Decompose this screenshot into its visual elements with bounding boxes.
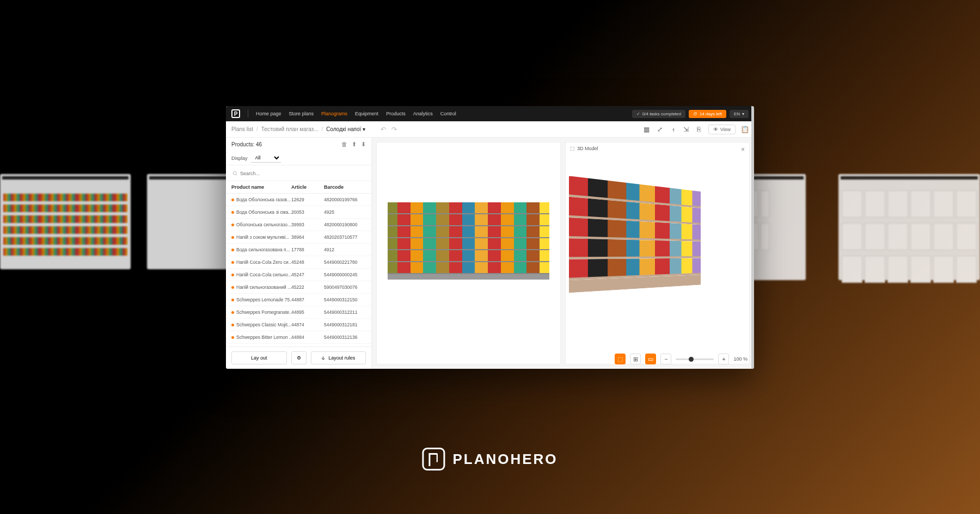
layout-button[interactable]: Lay out <box>231 351 287 364</box>
table-row[interactable]: Вода сильногазована п...177884912 <box>226 244 371 256</box>
product-name: Schweppes Classic Mojit... <box>236 322 291 327</box>
status-dot <box>231 286 234 289</box>
nav-storeplans[interactable]: Store plans <box>289 111 314 116</box>
tasks-pill[interactable]: ✓0/4 tasks completed <box>632 110 685 118</box>
table-row[interactable]: Schweppes Classic Mojit...44874544900031… <box>226 319 371 331</box>
col-article[interactable]: Article <box>291 184 324 190</box>
copy-icon[interactable]: ⎘ <box>695 126 703 133</box>
product-article: 44887 <box>291 297 324 302</box>
redo-icon[interactable]: ↷ <box>390 126 398 133</box>
product-barcode: 5900497030076 <box>324 284 366 290</box>
breadcrumb-divider: / <box>256 126 258 132</box>
breadcrumb-item[interactable]: Тестовий план магаз... <box>261 126 318 132</box>
product-article: 20053 <box>291 209 324 215</box>
panel-3d-header: ⬚3D Model <box>570 146 598 151</box>
product-barcode: 4820000199766 <box>324 197 366 202</box>
nav-planograms[interactable]: Planograms <box>321 111 347 116</box>
undo-icon[interactable]: ↶ <box>379 126 387 133</box>
product-barcode: 5449000221780 <box>324 259 366 265</box>
product-article: 45247 <box>291 272 324 277</box>
product-name: Schweppes Pomegranate... <box>236 309 291 315</box>
app-logo[interactable]: P <box>231 109 240 118</box>
search-input[interactable] <box>231 169 366 178</box>
product-name: Напій Coca-Cola сильно... <box>236 272 291 277</box>
breadcrumb-divider: / <box>322 126 323 132</box>
layout-settings-button[interactable]: ⚙ <box>291 351 307 364</box>
nav-analytics[interactable]: Analytics <box>413 111 433 116</box>
divider <box>248 110 248 117</box>
product-barcode: 5449000312150 <box>324 297 366 302</box>
products-sidebar: Products: 46 🗑 ⬆ ⬇ Display All Product n… <box>226 138 372 369</box>
table-row[interactable]: Schweppes Bitter Lemon ...44884544900031… <box>226 331 371 344</box>
top-navbar: P Home page Store plans Planograms Equip… <box>226 106 754 121</box>
status-dot <box>231 311 234 314</box>
shelf-3d-visual <box>571 181 738 342</box>
col-name[interactable]: Product name <box>231 184 291 190</box>
product-barcode: 5449000000245 <box>324 272 366 277</box>
product-article: 44884 <box>291 335 324 340</box>
upload-icon[interactable]: ⬆ <box>352 141 357 148</box>
table-row[interactable]: Напій Coca-Cola Zero си...45248544900022… <box>226 256 371 269</box>
table-row[interactable]: Schweppes Lemonade 75...4488754490003121… <box>226 294 371 306</box>
search-wrap <box>226 165 371 181</box>
display-select[interactable]: All <box>251 153 281 163</box>
grid-icon[interactable]: ▦ <box>643 126 651 133</box>
table-row[interactable]: Напій Coca-Cola сильно...452475449000000… <box>226 269 371 281</box>
zoom-in-button[interactable]: + <box>718 354 729 364</box>
table-row[interactable]: Schweppes Pomegranate...4489554490003122… <box>226 306 371 319</box>
product-article: 44895 <box>291 309 324 315</box>
trial-pill[interactable]: ⏱14 days left <box>689 110 726 118</box>
product-article: 45248 <box>291 259 324 265</box>
zoom-slider[interactable] <box>676 358 714 360</box>
zoom-out-button[interactable]: − <box>660 354 671 364</box>
close-icon[interactable]: × <box>741 146 745 153</box>
mode-btn-3[interactable]: ▭ <box>645 354 656 364</box>
sidebar-footer: Lay out ⚙ ⫝Layout rules <box>226 346 371 369</box>
status-dot <box>231 274 234 276</box>
planogram-3d-panel[interactable]: ⬚3D Model × <box>565 142 750 364</box>
rules-icon: ⫝ <box>321 355 326 361</box>
align-icon[interactable]: ⫞ <box>669 126 677 133</box>
bg-window-preview <box>838 174 980 280</box>
delete-icon[interactable]: 🗑 <box>341 141 347 148</box>
nav-home[interactable]: Home page <box>256 111 281 116</box>
product-barcode: 4912 <box>324 247 366 252</box>
table-row[interactable]: Напій з соком мультиві...389644820203710… <box>226 231 371 244</box>
status-dot <box>231 261 234 264</box>
nav-products[interactable]: Products <box>386 111 406 116</box>
language-selector[interactable]: EN▾ <box>730 110 749 118</box>
status-dot <box>231 199 234 201</box>
status-dot <box>231 336 234 339</box>
breadcrumb-item-current[interactable]: Солодкі напої ▾ <box>326 126 365 132</box>
product-name: Schweppes Lemonade 75... <box>236 297 291 302</box>
table-row[interactable]: Вода Оболонська газов...1262948200001997… <box>226 194 371 206</box>
download-icon[interactable]: ⬇ <box>361 141 366 148</box>
view-button[interactable]: 👁View <box>708 125 736 134</box>
shelf-2d-visual <box>388 202 549 280</box>
product-article: 39993 <box>291 222 324 227</box>
breadcrumb-item[interactable]: Plans list <box>231 126 253 132</box>
product-article: 38964 <box>291 234 324 240</box>
product-name: Напій сильногазований ... <box>236 284 291 290</box>
calendar-icon[interactable]: 📋 <box>741 126 749 133</box>
layout-rules-button[interactable]: ⫝Layout rules <box>311 351 366 364</box>
mode-btn-1[interactable]: ⬚ <box>615 354 626 364</box>
brand-logo-icon <box>422 448 445 470</box>
planogram-2d-panel[interactable] <box>376 142 561 364</box>
table-row[interactable]: Напій сильногазований ...452225900497030… <box>226 281 371 294</box>
fit-icon[interactable]: ⤢ <box>656 126 664 133</box>
product-name: Schweppes Bitter Lemon ... <box>236 335 291 340</box>
product-name: Вода Оболонська зі сма... <box>236 209 291 215</box>
export-icon[interactable]: ⇲ <box>682 126 690 133</box>
table-row[interactable]: Вода Оболонська зі сма...200534925 <box>226 206 371 219</box>
sidebar-header: Products: 46 🗑 ⬆ ⬇ <box>226 138 371 151</box>
col-barcode[interactable]: Barcode <box>324 184 366 190</box>
status-dot <box>231 249 234 251</box>
brand-footer: PLANOHERO <box>422 448 558 470</box>
product-name: Оболонська сильногазо... <box>236 222 291 227</box>
nav-equipment[interactable]: Equipment <box>355 111 378 116</box>
nav-control[interactable]: Control <box>440 111 456 116</box>
product-name: Напій Coca-Cola Zero си... <box>236 259 291 265</box>
mode-btn-2[interactable]: ⊞ <box>630 354 641 364</box>
table-row[interactable]: Оболонська сильногазо...3999348200001908… <box>226 219 371 231</box>
